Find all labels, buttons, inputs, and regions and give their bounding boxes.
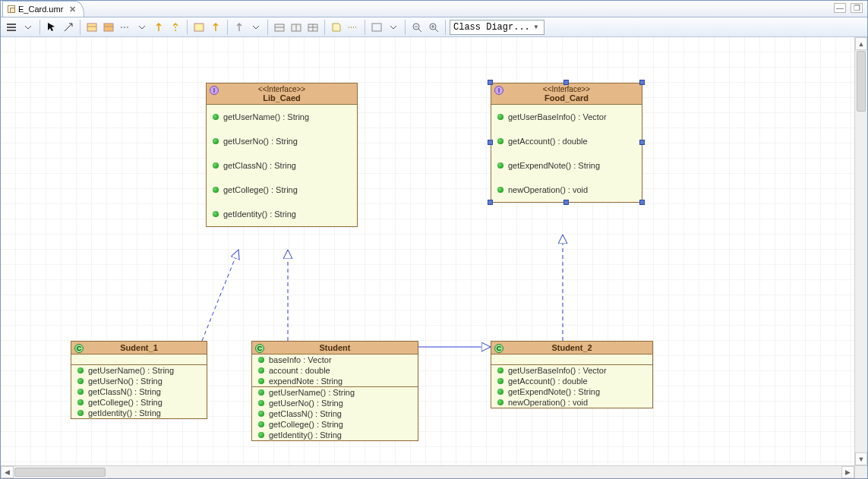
dropdown-label: Class Diagr... — [453, 22, 530, 33]
active-tab[interactable]: E_Card.umr ✕ — [2, 1, 84, 17]
operation-row[interactable]: getExpendNote() : String — [491, 153, 642, 178]
operations-section: getUserBaseInfo() : VectorgetAccount() :… — [491, 105, 642, 202]
operation-row[interactable]: getClassN() : String — [252, 408, 418, 419]
operation-row[interactable]: getUserNo() : String — [207, 129, 357, 153]
operation-row[interactable]: getClassN() : String — [71, 386, 207, 397]
scroll-thumb[interactable] — [14, 468, 106, 477]
operation-row[interactable]: getUserBaseInfo() : Vector — [491, 105, 642, 129]
operation-text: getUserName() : String — [269, 388, 355, 397]
separator — [267, 20, 268, 35]
operation-row[interactable]: getIdentity() : String — [71, 408, 207, 418]
selection-handle[interactable] — [639, 80, 645, 85]
operation-text: getExpendNote() : String — [508, 161, 600, 170]
maximize-button[interactable]: ❐ — [851, 3, 863, 13]
operation-row[interactable]: getUserNo() : String — [71, 376, 207, 386]
diagram-type-dropdown[interactable]: Class Diagr... ▾ — [450, 20, 544, 35]
uml-class-student_2[interactable]: CStudent_2getUserBaseInfo() : VectorgetA… — [491, 341, 653, 408]
uml-name-label: Sudent_1 — [74, 343, 204, 352]
class-yellow-button[interactable] — [84, 20, 99, 35]
attributes-section-empty — [71, 355, 207, 365]
operation-row[interactable]: getIdentity() : String — [207, 202, 357, 226]
scroll-corner — [854, 465, 867, 478]
dropdown-arrow-icon[interactable] — [134, 20, 150, 35]
minimize-button[interactable]: — — [834, 3, 846, 13]
selection-handle[interactable] — [563, 200, 569, 205]
operation-row[interactable]: getCollege() : String — [207, 178, 357, 202]
attribute-row[interactable]: expendNote : String — [252, 376, 418, 386]
operations-section: getUserBaseInfo() : VectorgetAccount() :… — [491, 365, 652, 408]
up-arrow3-button[interactable] — [232, 20, 247, 35]
close-tab-icon[interactable]: ✕ — [69, 5, 76, 14]
uml-header[interactable]: I<<Interface>>Food_Card — [491, 84, 642, 105]
dropdown-arrow-icon[interactable] — [248, 20, 264, 35]
visibility-public-icon — [258, 389, 264, 395]
link-tool-button[interactable] — [61, 20, 76, 35]
operation-row[interactable]: getUserNo() : String — [252, 398, 418, 408]
operation-row[interactable]: getClassN() : String — [207, 153, 357, 178]
dots-button[interactable] — [346, 20, 361, 35]
selection-handle[interactable] — [488, 140, 493, 145]
operation-row[interactable]: getUserName() : String — [71, 365, 207, 376]
uml-interface-lib_card[interactable]: I<<Interface>>Lib_CaedgetUserName() : St… — [206, 83, 358, 227]
operation-row[interactable]: newOperation() : void — [491, 397, 652, 408]
operation-row[interactable]: getUserName() : String — [207, 105, 357, 129]
vertical-scrollbar[interactable]: ▲ ▼ — [854, 37, 867, 465]
selection-handle[interactable] — [563, 80, 569, 85]
arrow-up-button[interactable] — [151, 20, 166, 35]
selection-handle[interactable] — [488, 200, 493, 205]
operation-row[interactable]: getUserBaseInfo() : Vector — [491, 365, 652, 376]
operation-row[interactable]: getExpendNote() : String — [491, 386, 652, 397]
selection-handle[interactable] — [639, 200, 645, 205]
dropdown-arrow-icon[interactable] — [21, 20, 36, 35]
canvas-area: I<<Interface>>Lib_CaedgetUserName() : St… — [1, 37, 867, 478]
scroll-left-icon[interactable]: ◀ — [1, 466, 14, 478]
operation-text: getUserName() : String — [88, 366, 174, 375]
scroll-up-icon[interactable]: ▲ — [855, 37, 867, 50]
package3-button[interactable] — [305, 20, 320, 35]
uml-interface-food_card[interactable]: I<<Interface>>Food_CardgetUserBaseInfo()… — [491, 83, 642, 203]
note2-button[interactable] — [329, 20, 344, 35]
scroll-right-icon[interactable]: ▶ — [841, 466, 854, 478]
operation-row[interactable]: getAccount() : double — [491, 129, 642, 153]
uml-header[interactable]: CStudent — [252, 342, 418, 355]
edge-realization[interactable] — [202, 250, 238, 341]
uml-header[interactable]: CSudent_1 — [71, 342, 207, 355]
visibility-public-icon — [258, 411, 264, 417]
uml-header[interactable]: I<<Interface>>Lib_Caed — [207, 84, 357, 105]
attribute-row[interactable]: account : double — [252, 365, 418, 376]
diagram-canvas[interactable]: I<<Interface>>Lib_CaedgetUserName() : St… — [1, 37, 854, 465]
selection-handle[interactable] — [639, 140, 645, 145]
pointer-tool-button[interactable] — [44, 20, 59, 35]
package1-button[interactable] — [272, 20, 287, 35]
dash-line-button[interactable] — [118, 20, 133, 35]
operation-row[interactable]: getIdentity() : String — [252, 430, 418, 440]
zoom-out-button[interactable] — [409, 20, 425, 35]
operation-row[interactable]: getCollege() : String — [71, 397, 207, 408]
zoom-in-button[interactable] — [426, 20, 441, 35]
frame-button[interactable] — [369, 20, 384, 35]
uml-class-student_1[interactable]: CSudent_1getUserName() : StringgetUserNo… — [71, 341, 207, 419]
class-orange-button[interactable] — [101, 20, 116, 35]
operation-row[interactable]: getUserName() : String — [252, 387, 418, 398]
operation-row[interactable]: getCollege() : String — [252, 419, 418, 430]
operation-text: getExpendNote() : String — [508, 387, 600, 396]
arrow-up-dashed-button[interactable] — [168, 20, 183, 35]
menu-button[interactable] — [4, 20, 19, 35]
selection-handle[interactable] — [488, 80, 493, 85]
horizontal-scrollbar[interactable]: ◀ ▶ — [1, 465, 854, 478]
up-arrow2-button[interactable] — [208, 20, 223, 35]
scroll-thumb[interactable] — [857, 51, 866, 112]
operation-text: getUserBaseInfo() : Vector — [508, 112, 607, 121]
package2-button[interactable] — [289, 20, 304, 35]
operation-row[interactable]: newOperation() : void — [491, 178, 642, 202]
svg-rect-0 — [7, 24, 16, 25]
operation-text: getUserNo() : String — [269, 399, 343, 408]
uml-header[interactable]: CStudent_2 — [491, 342, 652, 355]
note-button[interactable] — [191, 20, 207, 35]
separator — [445, 20, 446, 35]
operation-row[interactable]: getAccount() : double — [491, 376, 652, 386]
dropdown-arrow-icon[interactable] — [386, 20, 401, 35]
scroll-down-icon[interactable]: ▼ — [855, 452, 867, 465]
uml-class-student[interactable]: CStudentbaseInfo : Vectoraccount : doubl… — [251, 341, 418, 441]
attribute-row[interactable]: baseInfo : Vector — [252, 355, 418, 365]
